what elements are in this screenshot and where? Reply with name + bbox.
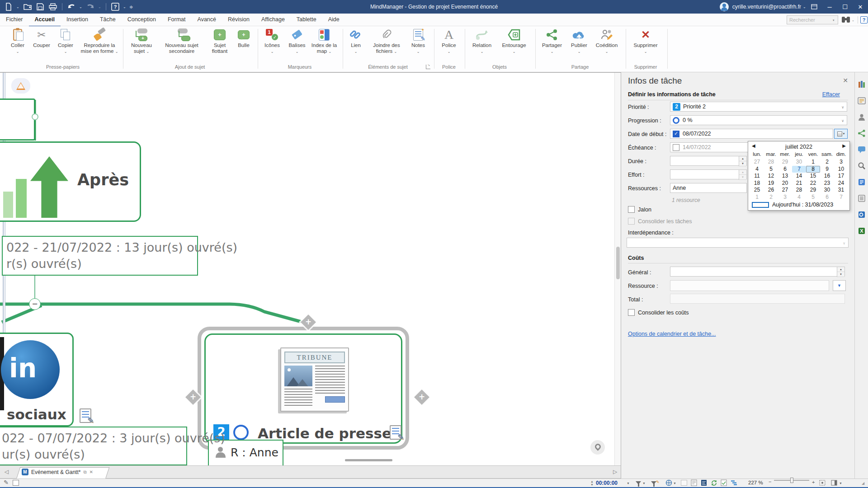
account-chevron[interactable]: ⌄ <box>803 5 807 9</box>
start-date-calendar-button[interactable]: ▾ <box>834 129 848 139</box>
rollup-tasks-checkbox[interactable] <box>628 218 635 225</box>
tab-format[interactable]: Format <box>162 14 192 26</box>
coedition-button[interactable]: Coédition⌄ <box>592 28 621 55</box>
entourage-button[interactable]: Entourage⌄ <box>497 28 531 55</box>
tab-scroll-left-icon[interactable]: ◁ <box>5 469 9 475</box>
topic-node-partial[interactable] <box>0 99 35 141</box>
warning-badge[interactable] <box>11 78 30 94</box>
calendar-day[interactable]: 4 <box>750 166 764 173</box>
publier-button[interactable]: Publier⌄ <box>567 28 591 55</box>
progress-select[interactable]: 0 % ∨ <box>670 115 847 125</box>
calendar-day[interactable]: 13 <box>778 173 792 180</box>
topic-label-article[interactable]: Article de presse <box>258 425 392 441</box>
calendar-day[interactable]: 5 <box>806 194 820 201</box>
calendar-day[interactable]: 9 <box>820 166 834 173</box>
locate-map-button[interactable] <box>590 440 605 455</box>
timer-stepper-icon[interactable]: ▲▼ <box>590 480 594 486</box>
zoom-level[interactable]: 227 % <box>748 480 763 485</box>
calendar-day[interactable]: 16 <box>820 173 834 180</box>
priority-select[interactable]: 2 Priorité 2 ∨ <box>670 102 847 112</box>
map-parts-panel-icon[interactable] <box>858 97 866 105</box>
couper-button[interactable]: ✂ Couper <box>30 28 53 48</box>
calendar-options-link[interactable]: Options de calendrier et de tâche... <box>628 331 716 337</box>
tab-affichage[interactable]: Affichage <box>255 14 291 26</box>
nouveau-sujet-button[interactable]: + Nouveau sujet ⌄ <box>126 28 157 55</box>
account-email[interactable]: cyrille.venturini@proactifrh.fr <box>732 4 801 10</box>
pen-mode-icon[interactable]: ✎ <box>4 479 9 486</box>
balises-button[interactable]: Balises⌄ <box>285 28 309 55</box>
reproduire-mise-en-forme-button[interactable]: Reproduire la mise en forme ⌄ <box>78 28 121 55</box>
sujet-flottant-button[interactable]: + Sujet flottant <box>207 28 232 54</box>
effort-input[interactable]: ▲▼ <box>670 169 747 179</box>
sync-icon[interactable] <box>711 479 717 487</box>
outline-view-icon[interactable] <box>691 479 697 487</box>
search-dropdown-chevron[interactable]: ▾ <box>833 19 835 22</box>
document-tab-label[interactable]: Evénement & Gantt* <box>31 469 80 475</box>
calendar-day[interactable]: 26 <box>764 187 778 194</box>
resource-cost-dropdown-button[interactable]: ▼ <box>833 280 846 291</box>
touch-mode-icon[interactable] <box>13 480 19 486</box>
calendar-day[interactable]: 1 <box>750 194 764 201</box>
comments-panel-icon[interactable] <box>858 145 866 154</box>
fit-map-icon[interactable] <box>819 480 826 487</box>
library-panel-icon[interactable] <box>858 80 866 89</box>
next-month-arrow[interactable]: ▶ <box>842 143 846 148</box>
calendar-day[interactable]: 7 <box>834 194 848 201</box>
calendar-day[interactable]: 4 <box>792 194 806 201</box>
clear-link[interactable]: Effacer <box>822 91 840 98</box>
zoom-in-icon[interactable]: + <box>812 479 815 485</box>
calendar-day[interactable]: 12 <box>764 173 778 180</box>
topic-label-sociaux[interactable]: sociaux <box>7 406 66 422</box>
dialog-launcher-icon[interactable]: ↘ <box>426 65 430 69</box>
today-label[interactable]: Aujourd'hui : 31/08/2023 <box>772 202 833 208</box>
presentation-view-icon[interactable] <box>681 480 687 486</box>
calendar-day[interactable]: 15 <box>806 173 820 180</box>
tab-pin-icon[interactable]: ⧉ <box>83 469 86 475</box>
start-date-field[interactable]: 08/07/2022 <box>670 129 833 139</box>
tab-conception[interactable]: Conception <box>122 14 162 26</box>
calendar-day[interactable]: 1 <box>806 159 820 166</box>
resources-panel-icon[interactable] <box>858 113 866 121</box>
index-de-la-map-button[interactable]: Index de la map ⌄ <box>310 28 338 55</box>
police-button[interactable]: A Police⌄ <box>437 28 461 55</box>
due-date-checkbox[interactable] <box>673 144 679 151</box>
calendar-day[interactable]: 22 <box>806 180 820 187</box>
search-input[interactable] <box>787 15 838 24</box>
rollup-costs-checkbox[interactable] <box>628 309 635 316</box>
tab-fichier[interactable]: Fichier <box>0 14 29 26</box>
panel-layout-chevron[interactable]: ▼ <box>839 482 842 485</box>
panel-layout-icon[interactable] <box>831 480 837 487</box>
ribbon-display-options-icon[interactable] <box>807 0 822 14</box>
nouveau-sujet-secondaire-button[interactable]: Nouveau sujet secondaire <box>158 28 205 54</box>
schedule-view-icon[interactable] <box>701 479 707 487</box>
progress-indicator[interactable] <box>233 425 249 440</box>
calendar-day[interactable]: 29 <box>806 187 820 194</box>
general-cost-input[interactable]: ▲▼ <box>670 267 845 277</box>
zoom-slider[interactable] <box>774 480 809 481</box>
calendar-day[interactable]: 3 <box>778 194 792 201</box>
topic-node-apres[interactable]: Après <box>0 141 141 222</box>
start-date-checkbox[interactable] <box>673 131 679 137</box>
minimize-button[interactable]: ─ <box>822 0 837 14</box>
zoom-slider-thumb[interactable] <box>790 478 793 483</box>
session-timer[interactable]: 00:00:00 <box>596 480 618 486</box>
calendar-day[interactable]: 7 <box>792 166 806 173</box>
calendar-day[interactable]: 14 <box>792 173 806 180</box>
calendar-day[interactable]: 31 <box>834 187 848 194</box>
copier-button[interactable]: Copier⌄ <box>54 28 77 55</box>
icones-button[interactable]: 1✓ Icônes⌄ <box>260 28 284 55</box>
general-cost-spinner[interactable]: ▲▼ <box>837 267 844 277</box>
add-topic-handle-top[interactable]: + <box>301 314 316 330</box>
filter-icon[interactable] <box>636 481 641 484</box>
calendar-day[interactable]: 25 <box>750 187 764 194</box>
contextual-help-icon[interactable]: ? <box>860 16 868 23</box>
calendar-day[interactable]: 24 <box>834 180 848 187</box>
tab-accueil[interactable]: Accueil <box>29 14 61 27</box>
milestone-checkbox[interactable] <box>628 206 635 213</box>
timer-chevron[interactable]: ▼ <box>627 482 630 485</box>
vertical-scrollbar[interactable] <box>614 73 621 465</box>
task-info-panel-icon[interactable] <box>858 178 866 186</box>
maximize-button[interactable]: ☐ <box>837 0 853 14</box>
collapse-branch-button[interactable]: − <box>29 298 41 310</box>
tab-tache[interactable]: Tâche <box>94 14 122 26</box>
